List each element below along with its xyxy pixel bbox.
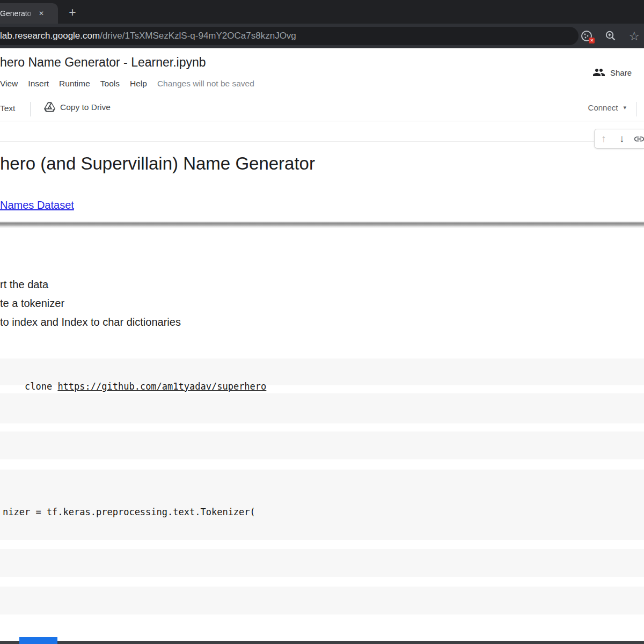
toolbar-divider (636, 102, 636, 116)
bookmark-star-icon[interactable]: ☆ (628, 30, 640, 42)
link-icon[interactable] (632, 133, 644, 145)
page-title: hero (and Supervillain) Name Generator (0, 153, 315, 174)
tab-title: Generato (0, 9, 35, 18)
close-icon[interactable]: ✕ (36, 9, 46, 18)
menu-help[interactable]: Help (130, 79, 147, 89)
window-bottom-bar (0, 641, 644, 644)
dataset-link[interactable]: Names Dataset (0, 199, 74, 211)
copy-to-drive-button[interactable]: Copy to Drive (44, 102, 111, 112)
code-cell-empty[interactable] (0, 393, 644, 423)
notebook-title[interactable]: hero Name Generator - Learner.ipynb (0, 55, 206, 70)
notebook-toolbar: Text Copy to Drive Connect ▾ (0, 97, 644, 121)
cell-top-border (0, 141, 644, 142)
share-button[interactable]: Share (592, 66, 632, 79)
chevron-down-icon: ▾ (623, 104, 626, 111)
drive-icon (44, 102, 55, 112)
people-icon (592, 66, 605, 79)
code-cell-empty[interactable] (0, 549, 644, 577)
menu-insert[interactable]: Insert (28, 79, 49, 89)
menu-tools[interactable]: Tools (100, 79, 120, 89)
bottom-accent-strip (19, 637, 57, 644)
toolbar-divider (30, 102, 31, 116)
cookie-blocked-badge: ✕ (589, 38, 595, 43)
notebook-header: hero Name Generator - Learner.ipynb View… (0, 48, 644, 97)
github-repo-link[interactable]: https://github.com/am1tyadav/superhero (57, 381, 266, 392)
code-text: clone (25, 381, 57, 392)
url-domain: lab.research.google.com (0, 31, 100, 41)
code-cell-empty[interactable] (0, 587, 644, 614)
url-path: /drive/1TsXMSezKzlS-q-94mY2OCa7s8kznJOvg (100, 31, 296, 41)
menu-view[interactable]: View (0, 79, 18, 89)
code-cell-clone[interactable]: clone https://github.com/am1tyadav/super… (0, 358, 644, 385)
zoom-icon[interactable] (604, 30, 617, 42)
menu-runtime[interactable]: Runtime (59, 79, 90, 89)
new-tab-button[interactable]: + (64, 4, 80, 20)
connect-button[interactable]: Connect ▾ (588, 103, 626, 112)
list-item: rt the data (0, 279, 48, 291)
browser-url-bar: lab.research.google.com/drive/1TsXMSezKz… (0, 24, 644, 48)
move-cell-down-icon[interactable]: ↓ (613, 133, 631, 145)
share-label: Share (610, 68, 632, 77)
code-line: nizer = tf.keras.preprocessing.text.Toke… (3, 505, 255, 519)
cell-action-toolbar: ↑ ↓ (594, 129, 644, 149)
add-text-button[interactable]: Text (0, 104, 15, 113)
copy-to-drive-label: Copy to Drive (60, 103, 111, 112)
code-cell-empty[interactable] (0, 431, 644, 459)
code-cell-tokenizer[interactable]: nizer = tf.keras.preprocessing.text.Toke… (0, 470, 644, 540)
list-item: te a tokenizer (0, 297, 64, 310)
list-item: to index and Index to char dictionaries (0, 316, 181, 328)
browser-tab[interactable]: Generato ✕ (0, 3, 58, 24)
cookie-blocked-icon[interactable]: ✕ (580, 30, 593, 42)
browser-tab-strip: Generato ✕ + (0, 0, 644, 24)
url-input[interactable]: lab.research.google.com/drive/1TsXMSezKz… (0, 27, 579, 45)
section-divider (0, 222, 644, 228)
save-status: Changes will not be saved (157, 79, 254, 89)
move-cell-up-icon[interactable]: ↑ (595, 133, 613, 145)
menu-bar: View Insert Runtime Tools Help Changes w… (0, 79, 254, 89)
connect-label: Connect (588, 103, 618, 112)
